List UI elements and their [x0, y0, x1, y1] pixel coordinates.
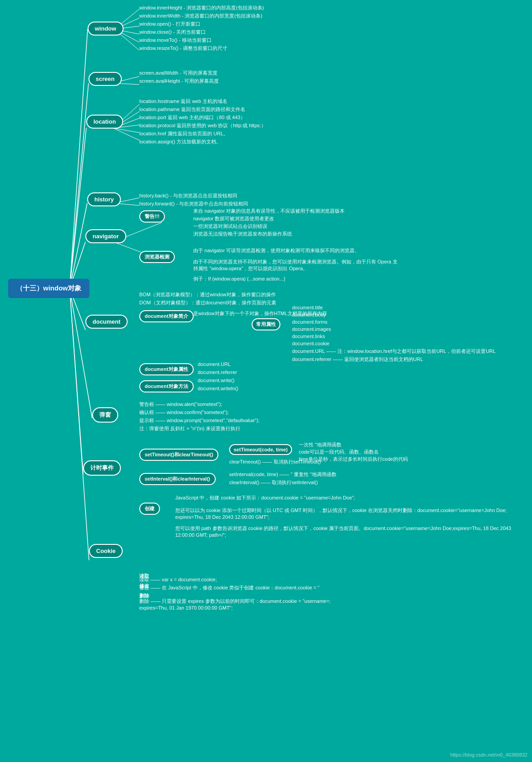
branch-timer-set: setTimeout()和clearTimeout(): [139, 449, 218, 461]
leaf-cookie-create-2: 您还可以以为 cookie 添加一个过期时间（以 UTC 或 GMT 时间），默…: [175, 507, 507, 521]
leaf-window-2: window.innerWidth - 浏览器窗口的内部宽度(包括滚动条): [139, 13, 262, 19]
leaf-popup-2: 确认框 —— window.confirm("sometext");: [139, 409, 229, 416]
leaf-doc-method-1: document.write(): [198, 378, 235, 383]
branch-doc-props: 常用属性: [252, 318, 280, 330]
branch-navigator-detect: 浏览器检测: [139, 251, 175, 263]
leaf-window-3: window.open() - 打开新窗口: [139, 21, 200, 27]
leaf-history-1: history.back() - 与在浏览器点击后退按钮相同: [139, 192, 237, 199]
leaf-doc-prop-1: document.title: [292, 305, 323, 310]
label-cookie-read: 读取: [139, 573, 149, 579]
leaf-window-6: window.resizeTo() - 调整当前窗口的尺寸: [139, 45, 227, 52]
leaf-nav-detect-2: 由于不同的浏览器支持不同的对象，您可以使用对象来检测浏览器。例如，由于只有 Op…: [193, 258, 400, 272]
svg-line-22: [113, 128, 139, 140]
leaf-timer-detail-2: code可以是一段代码、函数、函数名: [299, 449, 379, 455]
svg-line-2: [70, 128, 86, 289]
branch-doc-attr: document对象属性: [139, 363, 194, 375]
leaf-location-2: location.pathname 返回当前页面的路径和文件名: [139, 106, 245, 113]
leaf-popup-4: 注：弹窗使用 反斜杠 + "n"(\n) 来设置换行执行: [139, 425, 240, 432]
leaf-location-1: location.hostname 返回 web 主机的域名: [139, 98, 227, 105]
leaf-doc-method-2: document.writeln(): [198, 386, 238, 391]
leaf-nav-detect-1: 由于 navigator 可误导浏览器检测，使用对象检测可用来嗅探不同的浏览器。: [193, 247, 359, 254]
leaf-cookie-create-3: 您可以使用 path 参数告诉浏览器 cookie 的路径，默认情况下，cook…: [175, 525, 511, 539]
branch-navigator: navigator: [85, 229, 126, 243]
leaf-window-1: window.innerHeight - 浏览器窗口的内部高度(包括滚动条): [139, 4, 264, 11]
leaf-nav-warn-4: 浏览器无法报告晚于浏览器发布的新操作系统: [193, 231, 292, 237]
leaf-screen-1: screen.availWidth - 可用的屏幕宽度: [139, 70, 217, 76]
svg-line-7: [70, 289, 83, 474]
leaf-cookie-delete: 删除 —— 只需要设置 expires 参数为以前的时间即可：document.…: [139, 598, 331, 612]
leaf-doc-prop-5: document.links: [292, 334, 325, 339]
leaf-location-6: location.assign() 方法加载新的文档。: [139, 138, 221, 145]
leaf-timer-interval-2: clearInterval() —— 取消执行setInterval(): [229, 479, 318, 486]
watermark: https://blog.csdn.net/m0_46380832: [450, 752, 528, 758]
leaf-timer-interval-1: setInterval(code, time) —— " 重复性 "地调用函数: [229, 471, 337, 478]
branch-window: window: [88, 22, 124, 36]
leaf-timer-detail-1: 一次性 "地调用函数: [299, 441, 341, 448]
branch-timer-set-detail: setTimeout(code, time): [229, 444, 292, 455]
leaf-window-4: window.close() - 关闭当前窗口: [139, 29, 206, 36]
label-cookie-delete: 删除: [139, 593, 149, 599]
root-node: （十三）window对象: [8, 279, 89, 298]
leaf-doc-prop-6: document.cookie: [292, 341, 329, 346]
leaf-nav-warn-3: 一些浏览器对测试站点会识别错误: [193, 223, 267, 230]
branch-doc-intro: document对象简介: [139, 310, 194, 322]
svg-line-1: [70, 83, 89, 289]
leaf-doc-attr-1: document.URL: [198, 361, 231, 367]
leaf-cookie-read: 读取 —— var x = document.cookie;: [139, 576, 217, 583]
branch-doc-methods: document对象方法: [139, 380, 194, 392]
leaf-doc-prop-7: document.URL —— 注：window.location.href与之…: [292, 348, 496, 355]
branch-screen: screen: [89, 72, 122, 86]
leaf-nav-warn-2: navigator 数据可被浏览器使用者更改: [193, 215, 274, 222]
leaf-doc-intro-1: BOM（浏览器对象模型）：通过window对象，操作窗口的操作: [139, 291, 276, 298]
leaf-doc-prop-2: document.body: [292, 312, 326, 317]
leaf-popup-1: 警告框 —— window.alert("sometext");: [139, 401, 222, 408]
branch-timer: 计时事件: [83, 460, 121, 476]
svg-line-21: [113, 128, 139, 133]
branch-history: history: [87, 192, 121, 206]
leaf-doc-attr-2: document.referrer: [198, 370, 237, 375]
leaf-timer-clear: clearTimeout() —— 取消执行setTimeout(): [229, 459, 321, 465]
leaf-doc-prop-4: document.images: [292, 326, 331, 332]
branch-location: location: [86, 115, 123, 129]
leaf-location-5: location.href 属性返回当前页面的 URL。: [139, 130, 228, 137]
leaf-window-5: window.moveTo() - 移动当前窗口: [139, 37, 212, 44]
leaf-nav-warn-1: 来自 navigator 对象的信息具有误导性，不应该被用于检测浏览器版本: [193, 208, 345, 214]
svg-line-3: [70, 203, 87, 289]
leaf-history-2: history.forward() - 与在浏览器中点击向前按钮相同: [139, 201, 248, 207]
leaf-doc-prop-8: document.referrer —— 返回使浏览器者到达当前文档的URL: [292, 356, 423, 363]
branch-navigator-warn: 警告!!!: [139, 210, 165, 223]
branch-cookie: Cookie: [89, 544, 123, 558]
leaf-nav-detect-3: 例子：If (window.opera) {...some action...}: [193, 276, 285, 282]
leaf-doc-intro-2: DOM（文档对象模型）：通过document对象，操作页面的元素: [139, 299, 276, 306]
svg-line-6: [70, 289, 92, 418]
leaf-cookie-create-1: JavaScript 中，创建 cookie 如下所示：document.coo…: [175, 495, 355, 501]
leaf-location-3: location.port 返回 web 主机的端口（80 或 443）: [139, 114, 245, 121]
leaf-doc-prop-3: document.forms: [292, 319, 328, 325]
svg-line-0: [70, 29, 88, 289]
leaf-cookie-modify: 修改 —— 在 JavaScript 中，修改 cookie 类似于创建 coo…: [139, 584, 319, 591]
branch-cookie-create: 创建: [139, 503, 160, 515]
label-cookie-modify: 修改: [139, 583, 149, 589]
branch-popup: 弹窗: [92, 407, 118, 423]
leaf-popup-3: 提示框 —— window.prompt("sometext","default…: [139, 417, 260, 424]
leaf-location-4: location.protocol 返回所使用的 web 协议（http:或 h…: [139, 122, 266, 129]
svg-line-8: [70, 289, 89, 560]
branch-document: document: [85, 315, 128, 329]
leaf-screen-2: screen.availHeight - 可用的屏幕高度: [139, 78, 219, 85]
branch-timer-interval: setInterval()和clearInterval(): [139, 473, 216, 485]
